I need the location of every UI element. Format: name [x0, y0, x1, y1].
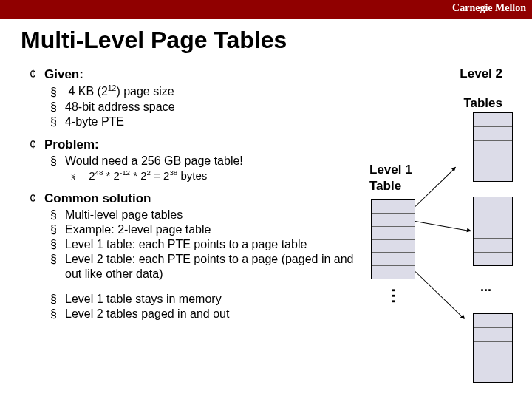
header-bar: Carnegie Mellon	[0, 0, 532, 19]
solution-item-0: Multi-level page tables	[50, 208, 369, 222]
problem-item: Would need a 256 GB page table!	[50, 154, 369, 168]
label-table: Table	[369, 179, 401, 194]
slide-content: Given: 4 KB (212) page size 48-bit addre…	[30, 66, 369, 329]
section-given: Given: 4 KB (212) page size 48-bit addre…	[30, 66, 369, 129]
ellipsis-horizontal: ...	[480, 279, 491, 295]
arrow-1	[415, 221, 471, 231]
level2-box-1	[473, 197, 513, 266]
given-item-2: 4-byte PTE	[50, 115, 369, 129]
slide-title: Multi-Level Page Tables	[21, 27, 532, 54]
problem-calc: 248 * 2-12 * 22 = 238 bytes	[71, 168, 369, 183]
solution-note-1: Level 2 tables paged in and out	[50, 307, 369, 321]
diagram: Level 2 Tables Level 1 Table ... ...	[369, 66, 525, 362]
given-head: Given:	[30, 66, 369, 82]
ellipsis-vertical: ...	[389, 288, 406, 305]
solution-note-0: Level 1 table stays in memory	[50, 292, 369, 307]
label-level1: Level 1	[369, 163, 412, 177]
solution-item-3: Level 2 table: each PTE points to a page…	[50, 252, 369, 282]
label-level2: Level 2	[460, 66, 502, 81]
level2-box-2	[473, 313, 513, 383]
arrow-2	[415, 271, 465, 319]
level2-box-0	[473, 112, 513, 182]
arrow-0	[415, 167, 456, 207]
solution-item-1: Example: 2-level page table	[50, 222, 369, 237]
solution-head: Common solution	[30, 191, 369, 206]
given-item-0: 4 KB (212) page size	[50, 83, 369, 99]
label-tables: Tables	[463, 96, 502, 111]
solution-item-2: Level 1 table: each PTE points to a page…	[50, 237, 369, 252]
level1-box	[371, 200, 415, 279]
problem-head: Problem:	[30, 137, 369, 152]
given-item-1: 48-bit address space	[50, 100, 369, 115]
section-solution: Common solution Multi-level page tables …	[30, 191, 369, 321]
section-problem: Problem: Would need a 256 GB page table!…	[30, 137, 369, 183]
university-name: Carnegie Mellon	[452, 2, 526, 14]
